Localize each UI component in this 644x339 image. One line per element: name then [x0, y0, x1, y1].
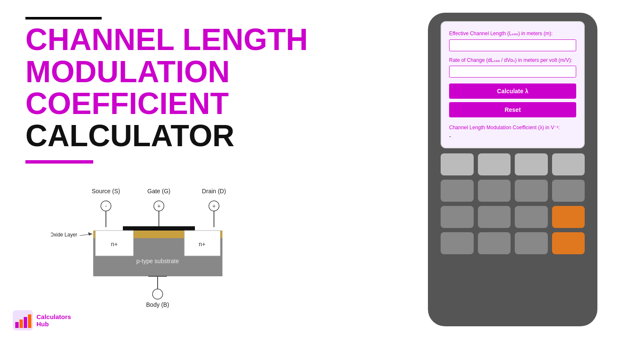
svg-text:+: +	[157, 203, 161, 209]
key-3-2[interactable]	[478, 206, 511, 228]
svg-text:-: -	[105, 203, 107, 209]
svg-text:Body (B): Body (B)	[146, 301, 169, 308]
rate-label: Rate of Change (dLₑₒₒ / dVᴅₛ) in meters …	[449, 57, 576, 64]
key-1-1[interactable]	[441, 153, 474, 175]
key-2-4[interactable]	[552, 180, 585, 202]
svg-rect-28	[15, 322, 19, 328]
purple-divider	[25, 160, 93, 164]
svg-rect-12	[123, 226, 195, 231]
title-line2: MODULATION	[25, 56, 356, 88]
logo-text: Calculators Hub	[36, 313, 71, 328]
svg-rect-30	[24, 317, 27, 328]
title-line3: COEFFICIENT	[25, 88, 356, 120]
key-3-3[interactable]	[515, 206, 548, 228]
key-1-2[interactable]	[478, 153, 511, 175]
logo-name: Calculators	[36, 313, 71, 320]
result-label: Channel Length Modulation Coefficient (λ…	[449, 124, 576, 131]
key-3-4-orange[interactable]	[552, 206, 585, 228]
svg-text:Source (S): Source (S)	[92, 188, 120, 195]
right-section: Effective Channel Length (Lₑₒₒ) in meter…	[381, 0, 644, 339]
svg-marker-26	[88, 232, 92, 236]
logo-icon	[13, 310, 33, 331]
title-bar-decoration	[25, 17, 102, 19]
reset-button[interactable]: Reset	[449, 102, 576, 117]
input-group-leff: Effective Channel Length (Lₑₒₒ) in meter…	[449, 31, 576, 51]
key-2-1[interactable]	[441, 180, 474, 202]
input-group-rate: Rate of Change (dLₑₒₒ / dVᴅₛ) in meters …	[449, 57, 576, 78]
calculator-body: Effective Channel Length (Lₑₒₒ) in meter…	[428, 13, 597, 326]
svg-point-22	[153, 289, 163, 299]
svg-text:Oxide Layer: Oxide Layer	[51, 232, 77, 238]
rate-input[interactable]	[449, 66, 576, 78]
result-value: -	[449, 133, 576, 140]
keypad	[441, 153, 585, 254]
left-section: CHANNEL LENGTH MODULATION COEFFICIENT CA…	[0, 0, 381, 339]
key-1-3[interactable]	[515, 153, 548, 175]
logo-sub: Hub	[36, 320, 71, 328]
key-4-2[interactable]	[478, 232, 511, 254]
svg-text:n+: n+	[199, 241, 205, 247]
mosfet-diagram: Source (S) Gate (G) Drain (D) - + +	[51, 181, 263, 312]
svg-rect-31	[28, 314, 31, 328]
key-1-4[interactable]	[552, 153, 585, 175]
calculate-button[interactable]: Calculate λ	[449, 83, 576, 99]
svg-text:n+: n+	[111, 241, 118, 247]
key-3-1[interactable]	[441, 206, 474, 228]
key-4-4-orange[interactable]	[552, 232, 585, 254]
key-2-3[interactable]	[515, 180, 548, 202]
title-line1: CHANNEL LENGTH	[25, 24, 356, 56]
key-2-2[interactable]	[478, 180, 511, 202]
mosfet-svg: Source (S) Gate (G) Drain (D) - + +	[51, 181, 263, 312]
calculator-screen: Effective Channel Length (Lₑₒₒ) in meter…	[441, 21, 585, 148]
leff-label: Effective Channel Length (Lₑₒₒ) in meter…	[449, 31, 576, 37]
svg-rect-29	[19, 320, 23, 328]
svg-text:Drain (D): Drain (D)	[202, 188, 226, 195]
key-4-1[interactable]	[441, 232, 474, 254]
svg-text:+: +	[212, 203, 216, 209]
logo-area: Calculators Hub	[13, 310, 71, 331]
leff-input[interactable]	[449, 39, 576, 51]
key-4-3[interactable]	[515, 232, 548, 254]
svg-text:Gate (G): Gate (G)	[147, 188, 170, 195]
svg-text:p-type substrate: p-type substrate	[136, 258, 179, 264]
title-line4: CALCULATOR	[25, 120, 356, 152]
